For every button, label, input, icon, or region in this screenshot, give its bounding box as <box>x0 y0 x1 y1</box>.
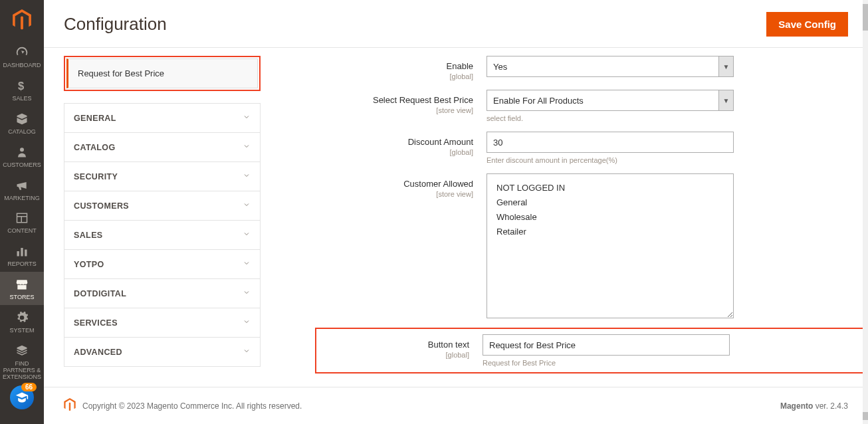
sidebar-label: CUSTOMERS <box>3 162 41 169</box>
sidebar-label: CATALOG <box>8 129 36 136</box>
field-hint: select field. <box>487 114 734 122</box>
chevron-down-icon <box>243 259 251 269</box>
sidebar-item-reports[interactable]: REPORTS <box>0 239 44 272</box>
multiselect-option[interactable]: Wholesale <box>496 210 724 225</box>
field-label: Select Request Best Price <box>373 95 473 105</box>
sidebar-item-system[interactable]: SYSTEM <box>0 305 44 338</box>
sidebar-item-customers[interactable]: CUSTOMERS <box>0 140 44 173</box>
sidebar-item-dashboard[interactable]: DASHBOARD <box>0 40 44 73</box>
notification-badge: 66 <box>21 383 37 391</box>
button-text-input[interactable] <box>483 334 730 356</box>
main-content: Configuration Save Config Request for Be… <box>44 0 868 424</box>
chevron-down-icon <box>243 142 251 152</box>
store-icon <box>15 277 29 292</box>
config-section-advanced[interactable]: ADVANCED <box>64 338 260 367</box>
sidebar-label: MARKETING <box>4 195 40 202</box>
section-label: SALES <box>74 231 103 240</box>
section-label: ADVANCED <box>74 348 122 357</box>
multiselect-option[interactable]: Retailer <box>496 225 724 239</box>
sidebar-label: DASHBOARD <box>3 62 41 69</box>
field-discount: Discount Amount[global] Enter discount a… <box>320 132 848 164</box>
svg-rect-7 <box>25 250 27 257</box>
config-section-yotpo[interactable]: YOTPO <box>64 250 260 279</box>
scrollbar-track[interactable] <box>863 0 868 424</box>
gear-icon <box>15 310 29 325</box>
active-config-tab[interactable]: Request for Best Price <box>66 58 258 88</box>
config-section-general[interactable]: GENERAL <box>64 104 260 133</box>
copyright-text: Copyright © 2023 Magento Commerce Inc. A… <box>82 401 302 411</box>
sidebar-label: SALES <box>12 96 31 102</box>
box-icon <box>15 112 29 126</box>
chevron-down-icon: ▼ <box>718 56 733 76</box>
dollar-icon: $ <box>16 78 28 93</box>
admin-sidebar: DASHBOARD $SALES CATALOG CUSTOMERS MARKE… <box>0 0 44 424</box>
sidebar-item-stores[interactable]: STORES <box>0 272 44 305</box>
highlight-box-tab: Request for Best Price <box>64 56 261 91</box>
section-label: GENERAL <box>74 114 116 123</box>
select-value: Enable For All Products <box>487 90 718 110</box>
config-section-list: GENERAL CATALOG SECURITY CUSTOMERS SALES… <box>64 103 261 367</box>
chevron-down-icon <box>243 347 251 357</box>
chevron-down-icon <box>243 171 251 181</box>
config-section-dotdigital[interactable]: DOTDIGITAL <box>64 279 260 308</box>
field-scope: [store view] <box>320 190 473 198</box>
field-scope: [store view] <box>320 106 473 114</box>
field-scope: [global] <box>320 72 473 80</box>
sidebar-item-marketing[interactable]: MARKETING <box>0 173 44 206</box>
sidebar-label: CONTENT <box>7 228 37 235</box>
field-label: Button text <box>428 340 469 350</box>
page-header: Configuration Save Config <box>44 0 868 47</box>
sidebar-item-catalog[interactable]: CATALOG <box>0 106 44 140</box>
megaphone-icon <box>15 178 29 193</box>
highlight-box-button-text: Button text[global] Request for Best Pri… <box>315 328 868 373</box>
sidebar-item-partners[interactable]: FIND PARTNERS & EXTENSIONS <box>0 338 44 385</box>
layout-icon <box>15 211 29 225</box>
save-config-button[interactable]: Save Config <box>766 12 848 37</box>
chevron-down-icon <box>243 318 251 328</box>
field-label: Enable <box>447 61 473 71</box>
multiselect-option[interactable]: NOT LOGGED IN <box>496 181 724 195</box>
sidebar-label: STORES <box>10 294 35 301</box>
select-request-select[interactable]: Enable For All Products▼ <box>487 90 734 111</box>
puzzle-icon <box>15 344 29 358</box>
section-label: DOTDIGITAL <box>74 289 126 298</box>
svg-point-1 <box>20 148 24 152</box>
graduation-widget[interactable]: 66 <box>10 385 34 409</box>
field-hint: Request for Best Price <box>483 359 730 367</box>
field-hint: Enter discount amount in percentage(%) <box>487 156 734 164</box>
svg-rect-6 <box>21 248 23 257</box>
chart-icon <box>15 244 29 259</box>
dashboard-icon <box>15 45 29 60</box>
field-label: Customer Allowed <box>403 179 473 189</box>
customer-allowed-multiselect[interactable]: NOT LOGGED IN General Wholesale Retailer <box>487 173 734 318</box>
field-label: Discount Amount <box>408 137 473 147</box>
svg-text:$: $ <box>18 80 24 92</box>
field-customer-allowed: Customer Allowed[store view] NOT LOGGED … <box>320 173 848 318</box>
section-label: YOTPO <box>74 260 104 269</box>
config-nav: Request for Best Price GENERAL CATALOG S… <box>64 56 261 367</box>
config-section-customers[interactable]: CUSTOMERS <box>64 191 260 221</box>
config-section-services[interactable]: SERVICES <box>64 308 260 338</box>
sidebar-item-sales[interactable]: $SALES <box>0 73 44 106</box>
magento-logo[interactable] <box>0 0 44 40</box>
magento-logo-icon <box>64 398 76 413</box>
sidebar-label: REPORTS <box>7 261 36 268</box>
version-text: Magento ver. 2.4.3 <box>780 401 848 411</box>
chevron-down-icon <box>243 113 251 123</box>
select-value: Yes <box>487 56 718 76</box>
multiselect-option[interactable]: General <box>496 195 724 210</box>
discount-input[interactable] <box>487 132 734 153</box>
scrollbar-thumb[interactable] <box>863 412 868 420</box>
sidebar-item-content[interactable]: CONTENT <box>0 205 44 239</box>
page-footer: Copyright © 2023 Magento Commerce Inc. A… <box>44 387 868 424</box>
sidebar-label: SYSTEM <box>9 328 34 334</box>
config-section-catalog[interactable]: CATALOG <box>64 133 260 162</box>
section-label: SECURITY <box>74 172 118 181</box>
config-section-sales[interactable]: SALES <box>64 221 260 250</box>
enable-select[interactable]: Yes▼ <box>487 56 734 77</box>
scrollbar-thumb[interactable] <box>863 4 868 31</box>
config-section-security[interactable]: SECURITY <box>64 162 260 191</box>
section-label: CATALOG <box>74 143 116 152</box>
svg-rect-5 <box>17 251 19 257</box>
field-scope: [global] <box>320 148 473 156</box>
